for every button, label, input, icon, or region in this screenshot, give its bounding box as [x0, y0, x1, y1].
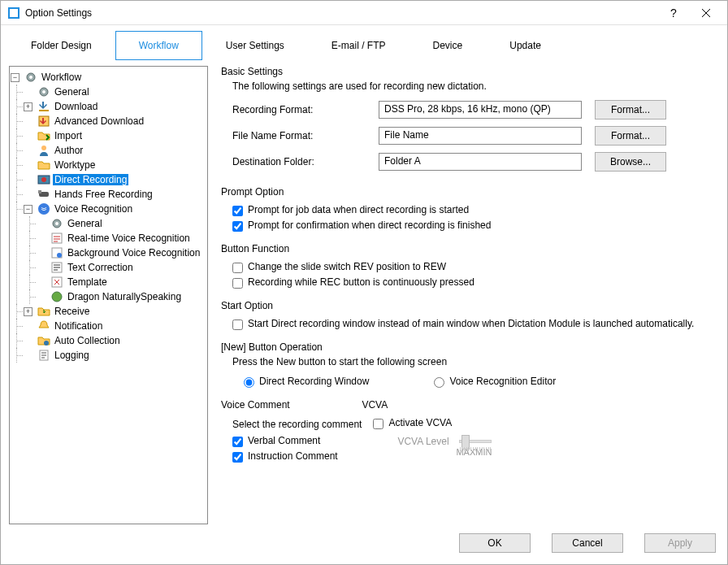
new-button-desc: Press the New button to start the follow…: [232, 356, 714, 367]
vcva-section: VCVA Activate VCVA VCVA Level: [362, 399, 492, 466]
cancel-button[interactable]: Cancel: [552, 533, 623, 553]
tree-item-hands-free-recording[interactable]: Hands Free Recording: [24, 187, 206, 202]
tree-item-author[interactable]: Author: [24, 143, 206, 158]
prompt-title: Prompt Option: [221, 186, 288, 198]
tree-item-notification[interactable]: Notification: [24, 319, 206, 333]
tree-item-receive[interactable]: +Receive: [24, 304, 206, 319]
direct-recording-window-label: Direct Recording Window: [259, 376, 369, 387]
recording-format-value[interactable]: DSS Pro, 28 kbps, 16 kHz, mono (QP): [379, 101, 582, 119]
tree-item-import[interactable]: Import: [24, 128, 206, 143]
prompt-job-data-row[interactable]: Prompt for job data when direct recordin…: [232, 204, 714, 216]
rev-to-rew-checkbox[interactable]: [232, 263, 243, 273]
tree-item-advanced-download[interactable]: Advanced Download: [24, 114, 206, 128]
start-direct-checkbox[interactable]: [232, 319, 243, 330]
settings-panel: Basic Settings The following settings ar…: [216, 66, 719, 524]
template-icon: [50, 276, 63, 289]
file-name-format-button[interactable]: Format...: [595, 126, 666, 146]
tab-device[interactable]: Device: [410, 31, 487, 60]
voice-recognition-editor-radio[interactable]: [434, 377, 444, 388]
verbal-comment-row[interactable]: Verbal Comment: [232, 435, 362, 447]
expander-icon[interactable]: −: [24, 205, 32, 214]
tab-e-mail-ftp[interactable]: E-mail / FTP: [308, 31, 410, 60]
expander-icon: [37, 263, 46, 272]
verbal-comment-label: Verbal Comment: [248, 435, 320, 446]
background-icon: [50, 246, 63, 259]
expander-icon: [37, 219, 46, 228]
top-tabs: Folder DesignWorkflowUser SettingsE-mail…: [1, 25, 727, 59]
tree-item-text-correction[interactable]: Text Correction: [37, 260, 206, 275]
expander-icon[interactable]: +: [24, 307, 32, 316]
tree-item-download[interactable]: +Download: [24, 99, 206, 114]
prompt-job-data-label: Prompt for job data when direct recordin…: [248, 204, 469, 215]
prompt-confirmation-checkbox[interactable]: [232, 221, 243, 232]
voice-comment-desc: Select the recording comment: [232, 419, 362, 430]
recording-format-button[interactable]: Format...: [595, 100, 666, 120]
tree-item-general[interactable]: General: [24, 85, 206, 99]
rev-to-rew-row[interactable]: Change the slide switch REV position to …: [232, 261, 714, 273]
notification-icon: [37, 319, 50, 332]
tree-item-label: Logging: [53, 350, 91, 361]
tree-item-template[interactable]: Template: [37, 275, 206, 289]
expander-icon: [24, 117, 32, 126]
tree-item-direct-recording[interactable]: Direct Recording: [24, 172, 206, 187]
tab-workflow[interactable]: Workflow: [115, 31, 202, 60]
gear-icon: [50, 217, 63, 230]
prompt-confirmation-row[interactable]: Prompt for confirmation when direct reco…: [232, 219, 714, 232]
direct-recording-window-radio[interactable]: [244, 377, 254, 388]
tree-item-auto-collection[interactable]: Auto Collection: [24, 333, 206, 348]
tree-item-logging[interactable]: Logging: [24, 348, 206, 363]
destination-folder-value[interactable]: Folder A: [379, 153, 582, 171]
destination-browse-button[interactable]: Browse...: [595, 152, 666, 172]
activate-vcva-checkbox[interactable]: [373, 419, 384, 429]
vcva-slider-track[interactable]: [459, 440, 492, 443]
realtime-icon: [50, 232, 63, 245]
tree-item-real-time-voice-recognition[interactable]: Real-time Voice Recognition: [37, 231, 206, 246]
nav-tree[interactable]: −WorkflowGeneral+DownloadAdvanced Downlo…: [9, 66, 208, 524]
expander-icon[interactable]: −: [11, 73, 20, 82]
tree-item-label: Import: [53, 130, 84, 141]
instruction-comment-label: Instruction Comment: [248, 450, 338, 462]
download-icon: [37, 100, 50, 113]
apply-button[interactable]: Apply: [644, 533, 716, 553]
tree-item-label: Voice Recognition: [53, 203, 134, 215]
tree-item-dragon-naturallyspeaking[interactable]: Dragon NaturallySpeaking: [37, 289, 206, 304]
start-direct-row[interactable]: Start Direct recording window instead of…: [232, 318, 714, 330]
direct-recording-window-row[interactable]: Direct Recording Window: [244, 376, 369, 388]
tree-item-label: Worktype: [53, 159, 97, 171]
tree-item-label: General: [66, 218, 104, 229]
start-direct-label: Start Direct recording window instead of…: [248, 318, 694, 329]
tree-item-general[interactable]: General: [37, 216, 206, 231]
tab-user-settings[interactable]: User Settings: [202, 31, 308, 60]
tree-item-label: Text Correction: [66, 262, 135, 273]
file-name-format-value[interactable]: File Name: [379, 127, 582, 145]
close-button[interactable]: [688, 1, 724, 25]
tree-item-label: Receive: [53, 306, 91, 317]
verbal-comment-checkbox[interactable]: [232, 437, 243, 447]
rec-continuous-row[interactable]: Recording while REC button is continuous…: [232, 276, 714, 289]
tree-item-worktype[interactable]: Worktype: [24, 158, 206, 172]
gear-icon: [24, 71, 37, 84]
instruction-comment-checkbox[interactable]: [232, 452, 243, 463]
new-button-title: [New] Button Operation: [221, 341, 327, 353]
activate-vcva-row[interactable]: Activate VCVA: [373, 417, 492, 429]
tree-item-label: Template: [66, 276, 109, 288]
tree-item-voice-recognition[interactable]: −Voice Recognition: [24, 202, 206, 216]
expander-icon: [24, 88, 32, 97]
rec-continuous-checkbox[interactable]: [232, 278, 243, 289]
tree-root-workflow[interactable]: −Workflow: [11, 70, 206, 85]
tab-folder-design[interactable]: Folder Design: [7, 31, 115, 60]
direct-rec-icon: [37, 173, 50, 186]
tree-item-background-voice-recognition[interactable]: Background Voice Recognition: [37, 246, 206, 260]
basic-title: Basic Settings: [221, 66, 288, 77]
tab-update[interactable]: Update: [486, 31, 565, 60]
voice-recognition-editor-row[interactable]: Voice Recognition Editor: [434, 376, 556, 388]
instruction-comment-row[interactable]: Instruction Comment: [232, 450, 362, 463]
handsfree-icon: [37, 188, 50, 201]
expander-icon[interactable]: +: [24, 102, 32, 111]
prompt-job-data-checkbox[interactable]: [232, 206, 243, 216]
logging-icon: [37, 349, 50, 362]
adv-download-icon: [37, 115, 50, 128]
ok-button[interactable]: OK: [459, 533, 531, 553]
expander-icon: [24, 322, 32, 331]
help-button[interactable]: ?: [659, 1, 688, 25]
